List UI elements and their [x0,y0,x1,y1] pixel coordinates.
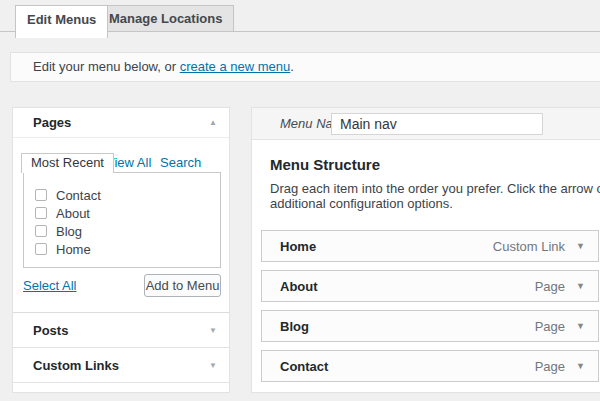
menu-item-type: Page [535,279,565,294]
posts-section-title: Posts [33,323,68,338]
custom-links-section-title: Custom Links [33,358,119,373]
notice-text: Edit your menu below, or [33,59,180,74]
list-item: Home [24,240,220,258]
menu-item-home[interactable]: Home Custom Link ▼ [261,230,599,262]
menu-item-label: Contact [280,359,328,374]
nav-tab-bar: Edit Menus Manage Locations [0,0,600,32]
list-item: About [24,204,220,222]
menu-structure-list: Home Custom Link ▼ About Page ▼ Blog Pag… [261,230,600,382]
item-dropdown-icon[interactable]: ▼ [576,361,585,371]
select-all-link[interactable]: Select All [23,278,76,293]
subtab-most-recent[interactable]: Most Recent [21,153,114,173]
page-checkbox-home[interactable] [35,243,47,255]
item-dropdown-icon[interactable]: ▼ [576,281,585,291]
menu-item-type: Page [535,359,565,374]
menu-item-label: About [280,279,318,294]
notice-text-end: . [290,59,294,74]
page-label[interactable]: Contact [56,188,101,203]
menu-item-label: Blog [280,319,309,334]
menu-structure-heading: Menu Structure [270,156,600,173]
pages-section-content: Most Recent View All Search Contact Abou… [13,138,229,313]
page-checkbox-contact[interactable] [35,189,47,201]
menu-item-type: Custom Link [493,239,565,254]
tab-edit-menus[interactable]: Edit Menus [15,5,108,38]
menu-item-about[interactable]: About Page ▼ [261,270,599,302]
item-dropdown-icon[interactable]: ▼ [576,241,585,251]
menu-item-label: Home [280,239,316,254]
most-recent-pages-list: Contact About Blog Home [23,172,221,268]
list-item: Contact [24,186,220,204]
page-label[interactable]: About [56,206,90,221]
expand-arrow-icon: ▼ [209,313,217,348]
description-line: additional configuration options. [270,196,600,211]
menu-item-contact[interactable]: Contact Page ▼ [261,350,599,382]
accordion-section-pages[interactable]: ▲ Pages [13,108,229,138]
page-label[interactable]: Home [56,242,91,257]
edit-menu-notice: Edit your menu below, or create a new me… [10,52,600,82]
list-item: Blog [24,222,220,240]
pages-section-title: Pages [33,115,71,130]
accordion-section-posts[interactable]: ▼ Posts [13,313,229,348]
menu-item-type: Page [535,319,565,334]
accordion-section-custom-links[interactable]: ▼ Custom Links [13,348,229,383]
menu-item-blog[interactable]: Blog Page ▼ [261,310,599,342]
page-label[interactable]: Blog [56,224,82,239]
menu-editor-panel: Menu Name Menu Structure Drag each item … [251,107,600,393]
page-checkbox-blog[interactable] [35,225,47,237]
create-new-menu-link[interactable]: create a new menu [180,59,291,74]
description-line: Drag each item into the order you prefer… [270,181,600,196]
menu-name-bar: Menu Name [252,108,600,140]
item-dropdown-icon[interactable]: ▼ [576,321,585,331]
menu-name-input[interactable] [331,113,543,135]
expand-arrow-icon: ▼ [209,348,217,383]
subtab-search[interactable]: Search [160,155,201,170]
add-to-menu-button[interactable]: Add to Menu [144,274,221,297]
menu-items-accordion: ▲ Pages Most Recent View All Search Cont… [12,107,230,393]
page-checkbox-about[interactable] [35,207,47,219]
menu-structure-description: Drag each item into the order you prefer… [270,181,600,211]
tab-manage-locations[interactable]: Manage Locations [97,5,234,32]
collapse-arrow-icon: ▲ [209,108,217,138]
